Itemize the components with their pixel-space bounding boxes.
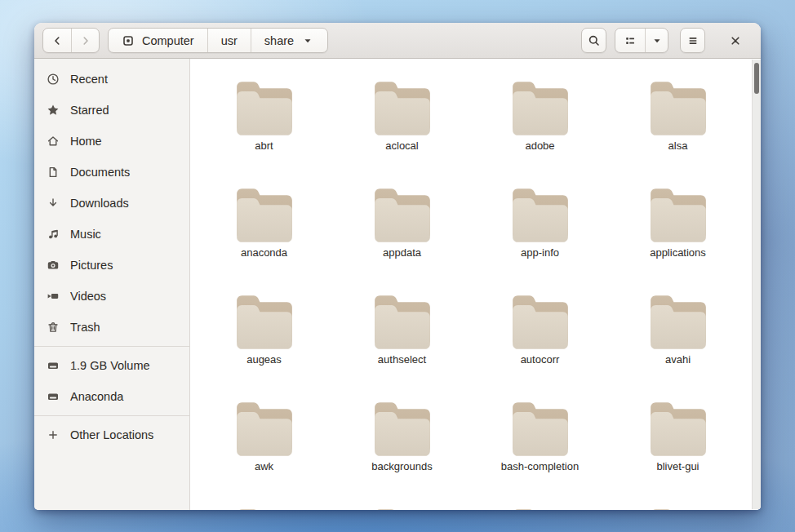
- sidebar: Recent Starred Home Documents: [34, 59, 190, 510]
- close-button[interactable]: [723, 29, 748, 53]
- folder-item[interactable]: alsa: [609, 78, 747, 185]
- hamburger-icon: [686, 34, 700, 47]
- icon-grid: abrt aclocal adobe alsa anaconda: [190, 59, 761, 510]
- sidebar-item-label: Recent: [70, 73, 108, 86]
- path-segment-share[interactable]: share: [251, 29, 327, 52]
- back-button[interactable]: [43, 29, 71, 52]
- sidebar-item-label: Home: [70, 135, 102, 148]
- folder-item[interactable]: avahi: [609, 292, 747, 399]
- folder-label: avahi: [665, 353, 691, 366]
- sidebar-separator: [34, 346, 189, 347]
- folder-item[interactable]: adobe: [471, 78, 609, 185]
- sidebar-item-anaconda[interactable]: Anaconda: [34, 381, 189, 412]
- file-view[interactable]: abrt aclocal adobe alsa anaconda: [190, 59, 761, 510]
- list-view-icon: [624, 34, 637, 47]
- folder-item[interactable]: autocorr: [471, 292, 609, 399]
- sidebar-item-label: Downloads: [70, 197, 129, 210]
- folder-label: augeas: [246, 353, 282, 366]
- sidebar-item-videos[interactable]: Videos: [34, 281, 189, 312]
- path-label-usr: usr: [221, 34, 238, 47]
- music-icon: [47, 228, 60, 241]
- plus-icon: [47, 428, 60, 441]
- chevron-right-icon: [79, 34, 92, 47]
- folder-item[interactable]: augeas: [195, 292, 333, 399]
- folder-icon: [509, 292, 572, 352]
- sidebar-item-volume[interactable]: 1.9 GB Volume: [34, 350, 189, 381]
- search-icon: [588, 34, 601, 47]
- folder-icon: [509, 185, 572, 246]
- folder-item-partial[interactable]: [609, 506, 747, 510]
- folder-label: app-info: [521, 246, 559, 259]
- caret-down-icon[interactable]: [301, 34, 314, 47]
- sidebar-item-downloads[interactable]: Downloads: [34, 188, 189, 219]
- folder-label: awk: [255, 460, 273, 472]
- folder-icon: [233, 78, 296, 139]
- forward-button[interactable]: [71, 29, 99, 52]
- recent-icon: [47, 73, 60, 86]
- chevron-left-icon: [51, 34, 64, 47]
- folder-icon: [509, 506, 572, 510]
- folder-item[interactable]: blivet-gui: [609, 399, 747, 506]
- pictures-icon: [47, 259, 60, 272]
- caret-down-icon: [651, 34, 664, 47]
- view-toggle-group: [615, 28, 668, 53]
- sidebar-item-other-locations[interactable]: Other Locations: [34, 419, 189, 450]
- folder-label: alsa: [668, 140, 688, 152]
- folder-item-partial[interactable]: [195, 506, 333, 510]
- folder-item[interactable]: aclocal: [333, 78, 471, 185]
- path-label-share: share: [264, 34, 294, 47]
- folder-item[interactable]: applications: [609, 185, 747, 292]
- view-options-button[interactable]: [645, 29, 668, 52]
- close-icon: [729, 34, 742, 47]
- sidebar-item-trash[interactable]: Trash: [34, 312, 189, 343]
- home-icon: [47, 135, 60, 148]
- folder-label: anaconda: [241, 246, 287, 259]
- folder-item[interactable]: awk: [195, 399, 333, 506]
- sidebar-item-documents[interactable]: Documents: [34, 157, 189, 188]
- folder-icon: [371, 399, 434, 459]
- folder-item[interactable]: anaconda: [195, 185, 333, 292]
- titlebar: Computer usr share: [34, 23, 761, 59]
- path-bar: Computer usr share: [108, 28, 328, 53]
- trash-icon: [47, 321, 60, 334]
- drive-icon: [47, 359, 60, 372]
- folder-icon: [646, 399, 710, 459]
- folder-icon: [646, 506, 710, 510]
- search-button[interactable]: [581, 28, 606, 53]
- scrollbar[interactable]: [752, 60, 761, 509]
- path-segment-computer[interactable]: Computer: [109, 29, 207, 52]
- downloads-icon: [47, 197, 60, 210]
- folder-item[interactable]: appdata: [333, 185, 471, 292]
- sidebar-item-pictures[interactable]: Pictures: [34, 250, 189, 281]
- sidebar-item-label: Trash: [70, 321, 100, 334]
- folder-item[interactable]: backgrounds: [333, 399, 471, 506]
- scrollbar-thumb[interactable]: [754, 63, 759, 94]
- folder-item-partial[interactable]: [471, 506, 609, 510]
- file-manager-window: Computer usr share: [34, 23, 761, 510]
- folder-item-partial[interactable]: [333, 506, 471, 510]
- sidebar-item-music[interactable]: Music: [34, 219, 189, 250]
- videos-icon: [47, 290, 60, 303]
- folder-item[interactable]: abrt: [195, 78, 333, 185]
- sidebar-item-label: Starred: [70, 104, 109, 117]
- folder-label: appdata: [383, 246, 421, 259]
- folder-label: bash-completion: [501, 460, 579, 472]
- path-segment-usr[interactable]: usr: [207, 29, 251, 52]
- sidebar-item-starred[interactable]: Starred: [34, 95, 189, 126]
- sidebar-item-recent[interactable]: Recent: [34, 64, 189, 95]
- folder-icon: [509, 399, 572, 459]
- folder-icon: [371, 185, 434, 246]
- list-view-button[interactable]: [615, 29, 645, 52]
- folder-icon: [646, 185, 710, 246]
- sidebar-item-label: Documents: [70, 166, 130, 179]
- sidebar-item-home[interactable]: Home: [34, 126, 189, 157]
- menu-button[interactable]: [680, 28, 705, 53]
- folder-icon: [371, 78, 434, 139]
- folder-label: blivet-gui: [656, 460, 699, 472]
- folder-label: backgrounds: [371, 460, 432, 472]
- drive-icon: [47, 390, 60, 403]
- sidebar-item-label: Music: [70, 228, 101, 241]
- folder-item[interactable]: app-info: [471, 185, 609, 292]
- folder-item[interactable]: bash-completion: [471, 399, 609, 506]
- folder-item[interactable]: authselect: [333, 292, 471, 399]
